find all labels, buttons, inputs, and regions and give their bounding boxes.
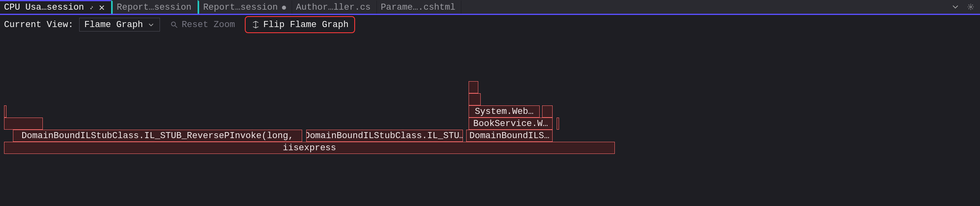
- reset-zoom-button[interactable]: Reset Zoom: [166, 18, 239, 32]
- flame-block-unlabeled[interactable]: [557, 118, 559, 130]
- gear-icon[interactable]: [966, 2, 975, 11]
- flame-block-label: System.Web…: [475, 107, 533, 117]
- flame-block-label: DomainBoundILS…: [469, 131, 549, 141]
- toolbar: Current View: Flame Graph Reset Zoom Fli…: [0, 15, 980, 34]
- flame-block-unlabeled[interactable]: [4, 118, 43, 130]
- flame-block[interactable]: BookService.W…: [469, 118, 553, 130]
- flame-block[interactable]: System.Web…: [469, 105, 540, 118]
- tab-overflow-controls: [946, 0, 980, 14]
- flame-block[interactable]: DomainBoundILStubClass.IL_STU…: [306, 130, 463, 142]
- tab-label: Report…session: [203, 2, 278, 13]
- tab-1[interactable]: Report…session: [111, 0, 198, 14]
- overflow-chevron-icon[interactable]: [951, 2, 960, 11]
- flame-graph[interactable]: iisexpressDomainBoundILStubClass.IL_STUB…: [0, 34, 980, 204]
- close-icon[interactable]: [99, 4, 105, 11]
- flame-block-unlabeled[interactable]: [4, 105, 6, 118]
- tab-0[interactable]: CPU Usa…session: [0, 0, 111, 14]
- tab-2[interactable]: Report…session: [198, 0, 292, 14]
- flame-block[interactable]: DomainBoundILS…: [466, 130, 553, 142]
- tab-label: Report…session: [117, 2, 191, 13]
- tab-label: Parame….cshtml: [381, 2, 456, 13]
- svg-point-1: [171, 22, 175, 26]
- svg-line-2: [175, 26, 177, 28]
- flame-block-label: BookService.W…: [473, 119, 548, 129]
- flame-block-unlabeled[interactable]: [469, 93, 481, 105]
- tab-4[interactable]: Parame….cshtml: [377, 0, 462, 14]
- svg-point-0: [970, 6, 972, 8]
- flame-block-unlabeled[interactable]: [469, 81, 478, 93]
- tab-spacer: [461, 0, 946, 14]
- flame-block[interactable]: DomainBoundILStubClass.IL_STUB_ReversePI…: [13, 130, 302, 142]
- chevron-down-icon: [147, 20, 156, 29]
- flame-block-label: iisexpress: [283, 143, 336, 153]
- flame-block-label: DomainBoundILStubClass.IL_STUB_ReversePI…: [21, 131, 293, 141]
- tab-label: Author…ller.cs: [296, 2, 371, 13]
- flame-block-unlabeled[interactable]: [542, 105, 553, 118]
- tab-3[interactable]: Author…ller.cs: [292, 0, 377, 14]
- flame-block-label: DomainBoundILStubClass.IL_STU…: [306, 131, 463, 141]
- current-view-label: Current View:: [4, 20, 74, 30]
- view-selector[interactable]: Flame Graph: [79, 18, 160, 32]
- reset-zoom-label: Reset Zoom: [182, 20, 235, 30]
- tab-bar: CPU Usa…sessionReport…sessionReport…sess…: [0, 0, 980, 14]
- flip-icon: [251, 20, 260, 29]
- magnifier-icon: [170, 20, 179, 29]
- flip-flame-label: Flip Flame Graph: [263, 20, 349, 30]
- pin-icon[interactable]: [88, 4, 95, 11]
- view-selector-value: Flame Graph: [84, 20, 143, 30]
- tab-label: CPU Usa…session: [4, 2, 84, 13]
- flame-block[interactable]: iisexpress: [4, 142, 615, 154]
- dirty-dot-icon: [282, 6, 286, 10]
- flip-flame-graph-button[interactable]: Flip Flame Graph: [245, 16, 355, 33]
